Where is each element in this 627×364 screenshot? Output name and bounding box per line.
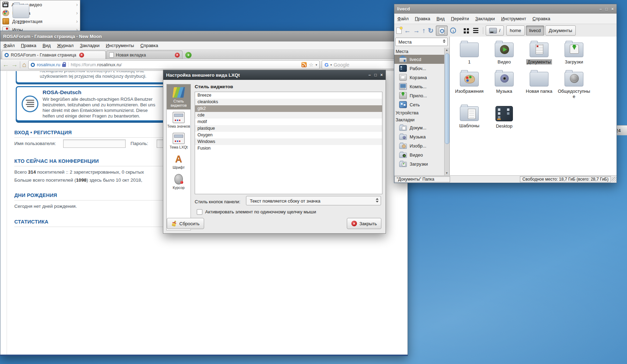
file-item[interactable]: Изображения (452, 69, 487, 104)
resize-grip[interactable] (612, 177, 617, 182)
fm-menu-item[interactable]: Закладки (472, 15, 498, 23)
chevron-down-icon[interactable]: ▾ (315, 63, 317, 67)
close-icon[interactable]: × (380, 73, 383, 77)
sidebar-mode-combo[interactable]: Места (395, 38, 448, 46)
sidebar-item[interactable]: Докум... (394, 123, 445, 132)
panel-button-style-combo[interactable]: Текст появляется сбоку от значка (246, 196, 381, 205)
icon-view-button[interactable] (458, 26, 468, 35)
file-item[interactable]: Видео (487, 40, 522, 69)
browser-menu-item[interactable]: Файл (0, 41, 18, 50)
find-files-button[interactable] (436, 25, 448, 36)
close-button[interactable]: × Закрыть (347, 218, 381, 229)
style-option[interactable]: Windows (195, 138, 382, 145)
file-item[interactable]: Документы (522, 40, 557, 69)
scroll-up-icon[interactable]: ▲ (445, 48, 448, 52)
style-option[interactable]: Oxygen (195, 132, 382, 138)
dialog-section-lxqt-theme[interactable]: Тема LXQt (167, 130, 191, 151)
sidebar-scrollbar[interactable]: ▲ ▼ (444, 48, 449, 176)
sidebar-item[interactable]: Прило... (394, 91, 445, 100)
fm-menu-item[interactable]: Инструмент (498, 15, 529, 23)
path-button[interactable]: Документы (545, 25, 576, 36)
fm-menu-item[interactable]: Вид (433, 15, 448, 23)
path-root-button[interactable]: / (486, 25, 504, 36)
sidebar-item[interactable]: Загрузки (394, 159, 445, 168)
browser-menu-item[interactable]: Журнал (54, 41, 76, 50)
sidebar-item[interactable]: Корзина (394, 73, 445, 82)
browser-menu-item[interactable]: Закладки (77, 41, 103, 50)
dialog-section-widget-style[interactable]: Стиль виджетов (167, 84, 191, 109)
search-box[interactable]: G ▾ Google (322, 60, 405, 69)
chevron-down-icon[interactable]: ▾ (330, 63, 332, 67)
sidebar-item[interactable]: Музыка (394, 132, 445, 141)
style-option[interactable]: cde (195, 112, 382, 119)
file-item[interactable]: 1 (452, 40, 487, 69)
close-icon[interactable]: × (611, 7, 614, 11)
sidebar-item[interactable]: livecd (394, 55, 445, 64)
up-icon[interactable]: ↑ (422, 27, 426, 35)
style-option[interactable]: plastique (195, 125, 382, 132)
forum-category-title-link[interactable]: ROSA-Deutsch (43, 89, 81, 96)
tab-close-icon[interactable]: × (79, 53, 84, 58)
browser-menu-item[interactable]: Правка (18, 41, 39, 50)
style-option[interactable]: motif (195, 119, 382, 125)
style-option[interactable]: Breeze (195, 92, 382, 99)
sidebar-item[interactable]: Видео (394, 150, 445, 159)
file-item[interactable]: Новая папка (522, 69, 557, 104)
url-bar[interactable]: rosalinux.ru https://forum.rosalinux.ru/… (28, 60, 320, 69)
site-identity-chip[interactable]: rosalinux.ru (31, 62, 68, 67)
dialog-section-cursor[interactable]: Курсор (167, 172, 191, 192)
reload-icon[interactable]: ↻ (428, 27, 434, 35)
minimize-icon[interactable]: – (599, 7, 602, 11)
fm-menu-item[interactable]: Правка (412, 15, 433, 23)
dialog-section-icon-theme[interactable]: Тема значков (167, 109, 191, 130)
forward-icon[interactable]: → (11, 61, 18, 68)
dialog-titlebar[interactable]: Настройка внешнего вида LXQt –□× (163, 70, 386, 80)
style-option[interactable]: Fusion (195, 145, 382, 152)
browser-titlebar[interactable]: ROSAForum - Главная страница - New Moon (0, 31, 408, 41)
file-item[interactable]: Загрузки (557, 40, 591, 69)
scroll-down-icon[interactable]: ▼ (445, 172, 448, 175)
tab-close-icon[interactable]: × (175, 53, 180, 58)
sidebar-item[interactable]: Изобр... (394, 141, 445, 150)
sidebar-item[interactable]: Рабоч... (394, 64, 445, 73)
path-button[interactable]: livecd (526, 25, 544, 36)
browser-menu-item[interactable]: Вид (39, 41, 54, 50)
username-field[interactable] (63, 139, 126, 148)
browser-tab[interactable]: Новая вкладка× (106, 51, 182, 59)
new-tab-icon[interactable]: + (185, 52, 192, 58)
browser-tab[interactable]: ROSAForum - Главная страница× (2, 51, 106, 59)
url-text[interactable]: https://forum.rosalinux.ru/ (71, 62, 299, 67)
maximize-icon[interactable]: □ (374, 73, 377, 77)
file-item[interactable]: Общедоступные (557, 69, 591, 104)
list-view-button[interactable] (471, 26, 480, 35)
sidebar-item[interactable]: Сеть (394, 100, 445, 109)
home-icon[interactable]: ⌂ (22, 61, 26, 68)
file-item[interactable]: Desktop (487, 104, 522, 134)
file-properties-icon[interactable]: i (450, 28, 456, 33)
new-tab-icon[interactable] (396, 28, 402, 34)
fm-menu-item[interactable]: Перейти (448, 15, 472, 23)
reset-button[interactable]: Сбросить (167, 218, 204, 229)
browser-menu-item[interactable]: Инструменты (103, 41, 137, 50)
bookmark-star-icon[interactable]: ☆ (309, 62, 313, 67)
scrollbar-thumb[interactable] (445, 53, 449, 144)
back-icon[interactable]: ← (2, 61, 9, 68)
file-item[interactable]: Музыка (487, 69, 522, 104)
style-option[interactable]: gtk2 (195, 105, 382, 112)
minimize-icon[interactable]: – (368, 73, 371, 77)
sidebar-item[interactable]: Компь... (394, 82, 445, 91)
back-icon[interactable]: ← (404, 27, 411, 35)
style-option[interactable]: cleanlooks (195, 99, 382, 105)
path-button[interactable]: home (506, 25, 525, 36)
file-manager-titlebar[interactable]: livecd –□× (394, 4, 617, 14)
file-item[interactable]: Шаблоны (452, 104, 487, 134)
rss-icon[interactable] (301, 62, 307, 67)
maximize-icon[interactable]: □ (605, 7, 608, 11)
single-click-checkbox[interactable] (197, 209, 202, 215)
forward-icon[interactable]: → (413, 27, 420, 35)
dialog-section-font[interactable]: AШрифт (167, 151, 191, 172)
fm-menu-item[interactable]: Справка (529, 15, 553, 23)
browser-menu-item[interactable]: Справка (137, 41, 161, 50)
fm-menu-item[interactable]: Файл (394, 15, 412, 23)
desktop-icon-123[interactable]: 123 (10, 4, 31, 25)
